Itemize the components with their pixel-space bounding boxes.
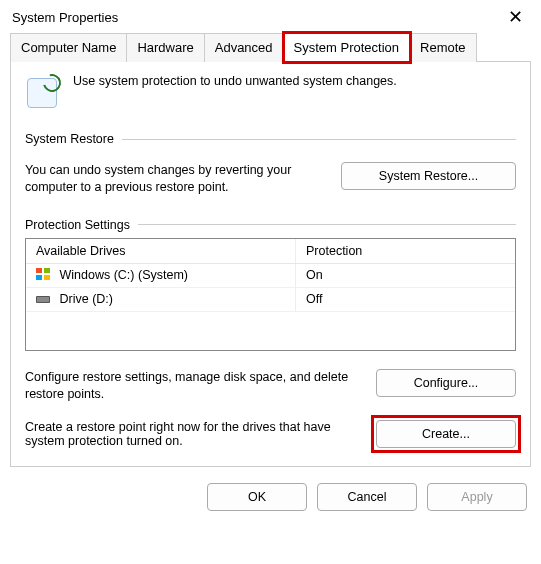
svg-rect-2 xyxy=(36,275,42,280)
configure-row: Configure restore settings, manage disk … xyxy=(25,369,516,403)
create-text: Create a restore point right now for the… xyxy=(25,420,358,448)
drives-table: Available Drives Protection Windows (C:)… xyxy=(25,238,516,351)
configure-button[interactable]: Configure... xyxy=(376,369,516,397)
system-restore-label: System Restore xyxy=(25,132,516,146)
intro: Use system protection to undo unwanted s… xyxy=(25,74,516,110)
create-button[interactable]: Create... xyxy=(376,420,516,448)
ok-button[interactable]: OK xyxy=(207,483,307,511)
dialog-footer: OK Cancel Apply xyxy=(0,477,541,523)
svg-rect-1 xyxy=(44,268,50,273)
svg-rect-3 xyxy=(44,275,50,280)
tab-system-protection[interactable]: System Protection xyxy=(284,33,411,62)
tab-hardware[interactable]: Hardware xyxy=(127,33,204,62)
tab-panel: Use system protection to undo unwanted s… xyxy=(10,61,531,467)
window-title: System Properties xyxy=(12,10,118,25)
close-icon[interactable]: ✕ xyxy=(504,8,527,26)
col-available-drives[interactable]: Available Drives xyxy=(26,239,296,263)
svg-rect-0 xyxy=(36,268,42,273)
table-row[interactable]: Windows (C:) (System) On xyxy=(26,264,515,288)
cancel-button[interactable]: Cancel xyxy=(317,483,417,511)
tab-remote[interactable]: Remote xyxy=(410,33,477,62)
create-highlight: Create... xyxy=(376,420,516,448)
create-row: Create a restore point right now for the… xyxy=(25,420,516,448)
table-row[interactable]: Drive (D:) Off xyxy=(26,288,515,312)
drive-protection: On xyxy=(296,264,515,287)
system-restore-row: You can undo system changes by reverting… xyxy=(25,152,516,196)
svg-rect-5 xyxy=(37,297,49,302)
col-protection[interactable]: Protection xyxy=(296,239,515,263)
drive-protection: Off xyxy=(296,288,515,311)
protection-settings-label: Protection Settings xyxy=(25,218,516,232)
drive-name: Windows (C:) (System) xyxy=(59,268,187,282)
system-restore-button[interactable]: System Restore... xyxy=(341,162,516,190)
drive-name: Drive (D:) xyxy=(59,292,112,306)
drive-icon xyxy=(36,293,50,307)
windows-drive-icon xyxy=(36,268,50,283)
drives-header: Available Drives Protection xyxy=(26,239,515,264)
system-restore-description: You can undo system changes by reverting… xyxy=(25,162,323,196)
configure-text: Configure restore settings, manage disk … xyxy=(25,369,358,403)
tabs: Computer Name Hardware Advanced System P… xyxy=(0,32,541,61)
apply-button: Apply xyxy=(427,483,527,511)
tab-advanced[interactable]: Advanced xyxy=(205,33,284,62)
system-protection-icon xyxy=(25,74,61,110)
titlebar: System Properties ✕ xyxy=(0,0,541,32)
tab-computer-name[interactable]: Computer Name xyxy=(10,33,127,62)
intro-text: Use system protection to undo unwanted s… xyxy=(73,74,397,88)
